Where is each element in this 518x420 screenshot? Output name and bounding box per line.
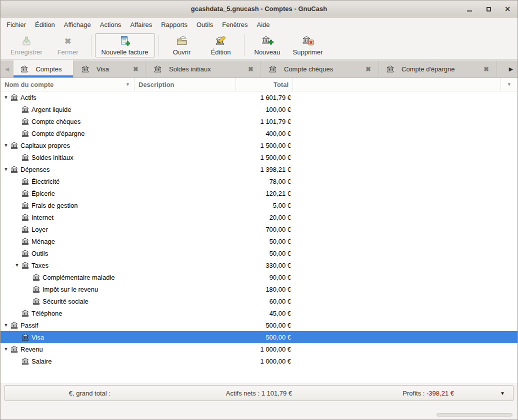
account-row[interactable]: ▼ Compte d'épargne 400,00 € <box>0 127 518 139</box>
bank-icon <box>20 65 28 73</box>
summary-region: €, grand total : Actifs nets : 1 101,79 … <box>0 384 518 403</box>
tab-compte-cheques[interactable]: Compte chèques ✖ <box>261 60 378 77</box>
menu-edition[interactable]: Édition <box>30 19 60 30</box>
tab-close-icon[interactable]: ✖ <box>126 65 138 73</box>
tab-close-icon[interactable]: ✖ <box>241 65 254 73</box>
account-name: Téléphone <box>32 310 62 317</box>
edit-account-icon <box>214 35 228 47</box>
account-row[interactable]: ▼ Capitaux propres 1 500,00 € <box>0 139 518 151</box>
bank-icon <box>269 65 276 73</box>
new-invoice-button[interactable]: Nouvelle facture <box>95 33 155 57</box>
account-row[interactable]: ▼ Frais de gestion 5,00 € <box>0 199 518 211</box>
account-row[interactable]: ▼ Taxes 330,00 € <box>0 259 518 271</box>
open-account-button[interactable]: Ouvrir <box>162 33 202 57</box>
bank-icon <box>22 190 29 197</box>
account-total: 400,00 € <box>266 130 518 137</box>
account-name: Impôt sur le revenu <box>42 286 98 293</box>
tab-comptes[interactable]: Comptes <box>14 60 74 77</box>
new-account-button[interactable]: Nouveau <box>248 33 287 57</box>
tab-label: Compte chèques <box>284 65 333 73</box>
account-row[interactable]: ▼ Passif 500,00 € <box>0 319 518 331</box>
menu-affichage[interactable]: Affichage <box>60 19 96 30</box>
delete-account-button[interactable]: Supprimer <box>287 33 329 57</box>
expander-icon[interactable]: ▼ <box>2 143 10 148</box>
column-header-description[interactable]: Description <box>134 78 236 91</box>
account-name: Argent liquide <box>32 106 72 113</box>
column-chooser-button[interactable]: ▼ <box>501 78 518 91</box>
account-icon <box>10 142 18 149</box>
account-row[interactable]: ▼ Compte chèques 1 101,79 € <box>0 115 518 127</box>
expander-icon[interactable]: ▼ <box>2 323 10 328</box>
save-button[interactable]: Enregistrer <box>4 33 48 57</box>
tab-label: Soldes initiaux <box>169 65 211 73</box>
column-header-total[interactable]: Total <box>236 78 293 91</box>
tabs-scroll-right-icon[interactable]: ▶ <box>504 60 518 77</box>
account-row[interactable]: ▼ Internet 20,00 € <box>0 211 518 223</box>
progress-bar <box>436 413 512 417</box>
edit-account-button[interactable]: Édition <box>202 33 240 57</box>
menu-outils[interactable]: Outils <box>192 19 218 30</box>
account-icon <box>22 334 29 341</box>
tab-visa[interactable]: Visa ✖ <box>74 60 146 77</box>
account-row[interactable]: ▼ Outils 50,00 € <box>0 247 518 259</box>
account-name: Visa <box>32 334 44 341</box>
account-total: 500,00 € <box>266 334 518 341</box>
minimize-button[interactable] <box>466 5 474 13</box>
account-row[interactable]: ▼ Revenu 1 000,00 € <box>0 343 518 355</box>
account-row[interactable]: ▼ Loyer 700,00 € <box>0 223 518 235</box>
menu-rapports[interactable]: Rapports <box>156 19 192 30</box>
account-row[interactable]: ▼ Soldes initiaux 1 500,00 € <box>0 151 518 163</box>
account-row[interactable]: ▼ Actifs 1 601,79 € <box>0 91 518 103</box>
account-total: 180,00 € <box>266 286 518 293</box>
tab-soldes-initiaux[interactable]: Soldes initiaux ✖ <box>146 60 261 77</box>
tabs-scroll-left-icon[interactable]: ◀ <box>0 60 14 77</box>
tab-close-icon[interactable]: ✖ <box>476 65 489 73</box>
account-row[interactable]: ▼ Ménage 50,00 € <box>0 235 518 247</box>
sort-indicator-icon[interactable]: ▼ <box>126 82 130 87</box>
account-icon <box>10 322 18 329</box>
account-row[interactable]: ▼ Visa 500,00 € <box>0 331 518 343</box>
account-row[interactable]: ▼ Complémentaire maladie 90,00 € <box>0 271 518 283</box>
close-window-button[interactable]: ✕ <box>504 5 512 13</box>
account-row[interactable]: ▼ Électricité 78,00 € <box>0 175 518 187</box>
summary-bar[interactable]: €, grand total : Actifs nets : 1 101,79 … <box>4 385 514 401</box>
titlebar[interactable]: gcashdata_5.gnucash - Comptes - GnuCash … <box>0 0 518 17</box>
account-row[interactable]: ▼ Impôt sur le revenu 180,00 € <box>0 283 518 295</box>
menu-fenetres[interactable]: Fenêtres <box>218 19 252 30</box>
account-row[interactable]: ▼ Téléphone 45,00 € <box>0 307 518 319</box>
account-name: Internet <box>32 214 54 221</box>
expander-icon[interactable]: ▼ <box>2 347 10 352</box>
expander-icon[interactable]: ▼ <box>14 263 20 268</box>
expander-icon[interactable]: ▼ <box>2 167 10 172</box>
account-name: Frais de gestion <box>32 202 78 209</box>
summary-dropdown-icon[interactable]: ▼ <box>500 386 505 401</box>
close-tab-button[interactable]: ✖ Fermer <box>48 33 88 57</box>
maximize-button[interactable] <box>484 5 492 13</box>
account-row[interactable]: ▼ Sécurité sociale 60,00 € <box>0 295 518 307</box>
account-total: 1 601,79 € <box>260 94 518 101</box>
toolbar-separator <box>244 34 244 56</box>
account-icon <box>22 118 29 125</box>
menu-fichier[interactable]: Fichier <box>2 19 30 30</box>
account-row[interactable]: ▼ Salaire 1 000,00 € <box>0 355 518 367</box>
menu-actions[interactable]: Actions <box>96 19 126 30</box>
column-header-filler <box>293 78 501 91</box>
account-row[interactable]: ▼ Argent liquide 100,00 € <box>0 103 518 115</box>
account-row[interactable]: ▼ Dépenses 1 398,21 € <box>0 163 518 175</box>
menu-affaires[interactable]: Affaires <box>126 19 156 30</box>
grand-total-label: €, grand total : <box>5 390 174 397</box>
close-label: Fermer <box>58 48 78 56</box>
bank-icon <box>22 226 29 233</box>
statusbar <box>0 403 518 420</box>
expander-icon[interactable]: ▼ <box>2 95 10 100</box>
menu-aide[interactable]: Aide <box>252 19 274 30</box>
bank-icon <box>10 166 18 173</box>
account-name: Dépenses <box>20 166 50 173</box>
bank-icon <box>10 94 18 101</box>
bank-icon <box>22 130 29 137</box>
tab-compte-epargne[interactable]: Compte d'épargne ✖ <box>378 60 496 77</box>
column-header-name[interactable]: Nom du compte ▼ <box>0 78 134 91</box>
account-row[interactable]: ▼ Épicerie 120,21 € <box>0 187 518 199</box>
tab-close-icon[interactable]: ✖ <box>358 65 371 73</box>
account-name: Passif <box>20 322 38 329</box>
